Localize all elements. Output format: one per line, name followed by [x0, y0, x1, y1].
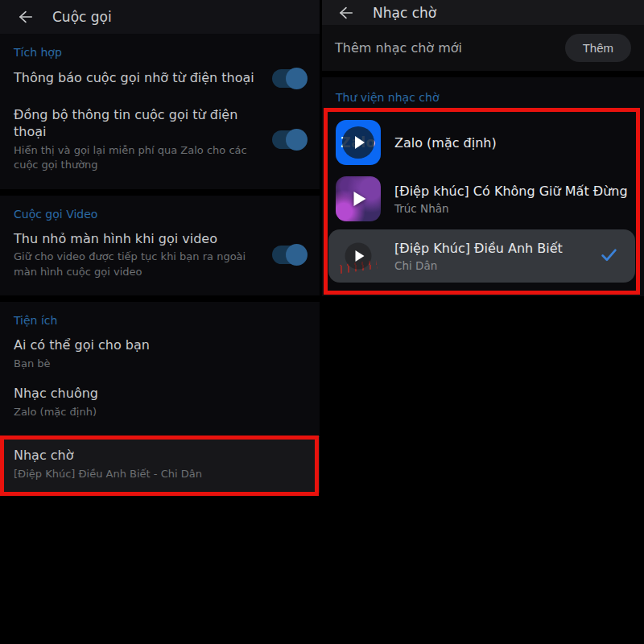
left-header: Cuộc gọi	[0, 0, 320, 34]
row-minimize-video[interactable]: Thu nhỏ màn hình khi gọi video Giữ cho v…	[14, 221, 306, 290]
section-label: Thư viện nhạc chờ	[322, 77, 644, 108]
row-subtitle: Zalo (mặc định)	[14, 405, 98, 419]
row-title: Nhạc chuông	[14, 386, 98, 402]
row-title: Nhạc chờ	[14, 448, 306, 464]
section-divider	[0, 189, 320, 196]
play-icon	[356, 250, 365, 262]
row-title: Thu nhỏ màn hình khi gọi video	[14, 231, 257, 248]
library-section: Thư viện nhạc chờ Zalo Zalo (mặc định)	[322, 77, 644, 296]
section-integration: Tích hợp Thông báo cuộc gọi nhỡ từ điện …	[0, 34, 320, 189]
section-divider	[322, 71, 644, 77]
row-ringtone[interactable]: Nhạc chuông Zalo (mặc định)	[14, 381, 306, 429]
add-button[interactable]: Thêm	[565, 34, 631, 62]
back-icon[interactable]	[15, 7, 35, 27]
page-title: Nhạc chờ	[373, 5, 436, 21]
play-icon	[355, 136, 365, 149]
item-title: Zalo (mặc định)	[394, 135, 630, 151]
section-label: Cuộc gọi Video	[14, 208, 306, 221]
row-who-can-call[interactable]: Ai có thể gọi cho bạn Bạn bè	[14, 328, 306, 381]
item-title: [Điệp Khúc] Điều Anh Biết	[394, 241, 580, 256]
list-item-zalo-default[interactable]: Zalo Zalo (mặc định)	[322, 114, 644, 171]
section-label: Tích hợp	[14, 46, 306, 59]
add-ringback-row: Thêm nhạc chờ mới Thêm	[322, 25, 644, 71]
add-ringback-label: Thêm nhạc chờ mới	[335, 40, 462, 56]
row-ringback-tone[interactable]: Nhạc chờ [Điệp Khúc] Điều Anh Biết - Chi…	[0, 436, 320, 493]
row-title: Thông báo cuộc gọi nhỡ từ điện thoại	[14, 70, 254, 87]
row-title: Đồng bộ thông tin cuộc gọi từ điện thoại	[14, 107, 262, 141]
minimize-video-toggle[interactable]	[272, 246, 306, 264]
call-settings-screen: Cuộc gọi Tích hợp Thông báo cuộc gọi nhỡ…	[0, 0, 320, 493]
row-subtitle: Bạn bè	[14, 357, 150, 371]
page-title: Cuộc gọi	[52, 9, 112, 25]
row-sync-call-info[interactable]: Đồng bộ thông tin cuộc gọi từ điện thoại…	[14, 97, 306, 183]
item-artist: Chi Dân	[394, 259, 580, 272]
list-item-dieu-anh-biet-selected[interactable]: [Điệp Khúc] Điều Anh Biết Chi Dân	[328, 229, 635, 283]
toggle-knob	[286, 244, 308, 266]
missed-call-toggle[interactable]	[272, 69, 306, 88]
item-artist: Trúc Nhân	[394, 202, 630, 215]
toggle-knob	[286, 68, 308, 89]
section-utilities: Tiện ích Ai có thể gọi cho bạn Bạn bè Nh…	[0, 302, 320, 493]
item-title: [Điệp khúc] Có Không Giữ Mất Đừng Tìm - …	[394, 184, 630, 199]
album-art-icon	[336, 176, 381, 221]
section-label: Tiện ích	[14, 314, 306, 327]
row-title: Ai có thể gọi cho bạn	[14, 337, 150, 354]
row-missed-call-notification[interactable]: Thông báo cuộc gọi nhỡ từ điện thoại	[14, 60, 306, 97]
row-subtitle: Hiển thị và gọi lại miễn phí qua Zalo ch…	[14, 143, 257, 173]
ringback-list: Zalo Zalo (mặc định) [Điệp khúc] Có Khôn…	[322, 108, 644, 295]
annotation-red-box	[0, 436, 319, 496]
list-item-co-khong-giu[interactable]: [Điệp khúc] Có Không Giữ Mất Đừng Tìm - …	[322, 171, 644, 227]
back-icon[interactable]	[336, 3, 355, 23]
section-video-call: Cuộc gọi Video Thu nhỏ màn hình khi gọi …	[0, 196, 320, 296]
zalo-logo-icon: Zalo	[336, 120, 381, 165]
play-icon	[354, 192, 366, 206]
sync-call-toggle[interactable]	[272, 130, 306, 149]
right-header: Nhạc chờ	[322, 0, 644, 25]
toggle-knob	[286, 129, 308, 151]
row-subtitle: [Điệp Khúc] Điều Anh Biết - Chi Dân	[14, 467, 257, 481]
section-divider	[0, 295, 320, 302]
ringback-tone-screen: Nhạc chờ Thêm nhạc chờ mới Thêm Thư viện…	[322, 0, 644, 296]
album-art-icon	[336, 233, 381, 279]
row-subtitle: Giữ cho video được tiếp tục khi bạn ra n…	[14, 250, 257, 279]
check-icon	[599, 245, 619, 268]
